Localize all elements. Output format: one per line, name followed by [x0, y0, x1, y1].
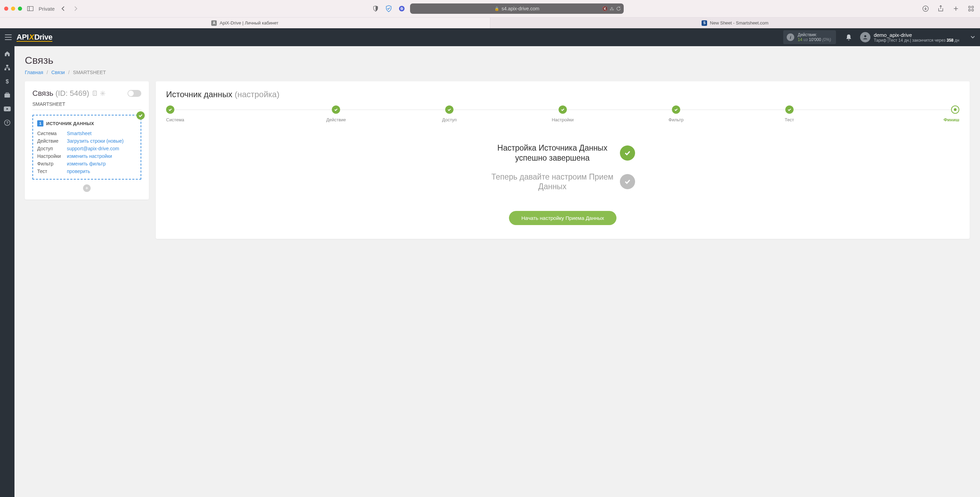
svg-rect-4	[969, 6, 970, 8]
breadcrumb-current: SMARTSHEET	[73, 70, 106, 75]
close-window-icon[interactable]	[4, 6, 8, 11]
source-row-value-link[interactable]: support@apix-drive.com	[67, 146, 137, 151]
source-row-key: Фильтр	[37, 161, 67, 166]
source-row-key: Настройки	[37, 153, 67, 159]
address-bar[interactable]: 🔒 s4.apix-drive.com 🔇 ⁂	[410, 3, 624, 14]
finish-next-text: Теперь давайте настроим Прием Данных	[490, 172, 614, 192]
step-done-icon	[332, 105, 340, 114]
step-label: Фильтр	[668, 117, 684, 123]
avatar-icon	[860, 32, 870, 42]
gear-icon[interactable]	[100, 91, 105, 96]
check-circle-icon	[620, 145, 635, 161]
copy-icon[interactable]	[92, 91, 97, 97]
source-complete-badge-icon	[137, 112, 145, 119]
start-destination-setup-button[interactable]: Начать настройку Приема Данных	[509, 211, 616, 225]
nav-back-button[interactable]	[58, 4, 68, 13]
wizard-step-настройки[interactable]: Настройки	[506, 105, 620, 123]
data-source-box[interactable]: 1 ИСТОЧНИК ДАННЫХ СистемаSmartsheetДейст…	[32, 115, 141, 180]
svg-rect-11	[8, 68, 10, 70]
actions-count: 14	[798, 37, 802, 42]
wizard-step-фильтр[interactable]: Фильтр	[619, 105, 733, 123]
add-destination-button[interactable]: +	[83, 185, 91, 192]
nav-home-icon[interactable]	[4, 50, 11, 57]
private-mode-label: Private	[38, 6, 55, 12]
step-label: Настройки	[552, 117, 574, 123]
nav-briefcase-icon[interactable]	[4, 92, 11, 99]
step-label: Действие	[326, 117, 346, 123]
svg-point-8	[864, 35, 866, 37]
breadcrumb: Главная / Связи / SMARTSHEET	[25, 70, 970, 75]
svg-rect-0	[27, 6, 33, 11]
shield-half-icon[interactable]	[371, 4, 380, 13]
hand-icon[interactable]	[397, 4, 407, 13]
main-content: Связь Главная / Связи / SMARTSHEET Связь…	[14, 46, 980, 497]
source-row-key: Тест	[37, 169, 67, 174]
browser-tab-strip: A ApiX-Drive | Личный кабинет S New Shee…	[0, 17, 980, 28]
tab-overview-icon[interactable]	[966, 4, 976, 13]
sidebar-toggle-icon[interactable]	[25, 4, 35, 13]
source-row-value-link[interactable]: Загрузить строки (новые)	[67, 138, 137, 144]
mute-icon[interactable]: 🔇	[602, 6, 608, 11]
menu-toggle-button[interactable]	[5, 35, 12, 40]
step-label: Доступ	[442, 117, 457, 123]
connection-enable-toggle[interactable]	[127, 90, 141, 97]
wizard-step-система[interactable]: Система	[166, 105, 280, 123]
nav-forward-button[interactable]	[71, 4, 81, 13]
step-done-icon	[558, 105, 567, 114]
translate-icon[interactable]: ⁂	[609, 6, 614, 11]
actions-usage-pill[interactable]: i Действия: 14 из 10'000 (0%)	[783, 30, 836, 45]
wizard-step-действие[interactable]: Действие	[280, 105, 393, 123]
chevron-down-icon[interactable]	[970, 35, 975, 39]
notifications-bell-icon[interactable]	[846, 34, 852, 41]
page-title: Связь	[25, 54, 970, 66]
nav-connections-icon[interactable]	[4, 64, 11, 71]
source-row-key: Действие	[37, 138, 67, 144]
reload-icon[interactable]	[616, 6, 621, 11]
tariff-line: Тариф |Тест 14 дн.| закончится через 358…	[874, 38, 959, 43]
finish-next-row: Теперь давайте настроим Прием Данных	[490, 172, 635, 192]
wizard-step-финиш[interactable]: Финиш	[846, 105, 959, 123]
finish-success-row: Настройка Источника Данных успешно завер…	[490, 143, 635, 163]
user-menu[interactable]: demo_apix-drive Тариф |Тест 14 дн.| зако…	[860, 32, 959, 43]
source-row-value-link[interactable]: проверить	[67, 169, 137, 174]
finish-success-text: Настройка Источника Данных успешно завер…	[490, 143, 614, 163]
favicon-apix: A	[211, 20, 217, 26]
connection-name: SMARTSHEET	[32, 101, 141, 110]
nav-video-icon[interactable]	[4, 105, 11, 112]
step-current-icon	[951, 105, 959, 114]
apix-drive-logo[interactable]: APIXDrive	[16, 33, 52, 42]
svg-rect-14	[6, 93, 9, 94]
wizard-step-тест[interactable]: Тест	[733, 105, 846, 123]
nav-help-icon[interactable]: ?	[4, 119, 11, 126]
actions-label: Действия:	[798, 32, 831, 37]
minimize-window-icon[interactable]	[11, 6, 15, 11]
tab-label: ApiX-Drive | Личный кабинет	[220, 20, 278, 25]
browser-tab-apix[interactable]: A ApiX-Drive | Личный кабинет	[0, 17, 490, 28]
wizard-step-доступ[interactable]: Доступ	[393, 105, 506, 123]
sidebar-nav: $ ?	[0, 46, 14, 497]
browser-tab-smartsheet[interactable]: S New Sheet - Smartsheet.com	[490, 17, 980, 28]
connection-title: Связь (ID: 5469)	[32, 89, 89, 98]
source-row-value-link[interactable]: изменить фильтр	[67, 161, 137, 166]
source-row-value-link[interactable]: Smartsheet	[67, 131, 137, 136]
maximize-window-icon[interactable]	[18, 6, 22, 11]
connection-summary-panel: Связь (ID: 5469) SMARTSHEET	[25, 81, 149, 199]
source-row-value-link[interactable]: изменить настройки	[67, 153, 137, 159]
step-label: Тест	[784, 117, 794, 123]
wizard-title: Источник данных (настройка)	[166, 89, 959, 99]
step-done-icon	[445, 105, 453, 114]
share-icon[interactable]	[936, 4, 945, 13]
svg-point-19	[102, 93, 103, 94]
breadcrumb-connections[interactable]: Связи	[51, 70, 65, 75]
setup-wizard-panel: Источник данных (настройка) СистемаДейст…	[156, 81, 970, 239]
new-tab-icon[interactable]	[951, 4, 961, 13]
step-done-icon	[672, 105, 680, 114]
shield-check-icon[interactable]	[384, 4, 393, 13]
nav-billing-icon[interactable]: $	[4, 78, 11, 85]
info-icon: i	[787, 33, 794, 41]
downloads-icon[interactable]	[921, 4, 931, 13]
browser-toolbar: Private 🔒 s4.apix-drive.com 🔇 ⁂	[0, 0, 980, 17]
breadcrumb-home[interactable]: Главная	[25, 70, 43, 75]
address-bar-actions: 🔇 ⁂	[602, 6, 621, 11]
svg-rect-5	[972, 6, 974, 8]
